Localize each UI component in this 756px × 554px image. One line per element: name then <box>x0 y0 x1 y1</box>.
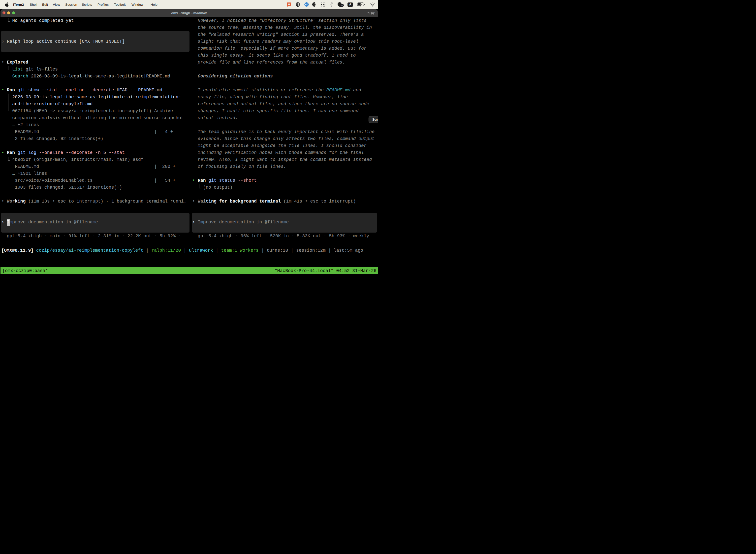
svg-text:..61: ..61 <box>340 4 343 7</box>
svg-text:1: 1 <box>374 12 375 15</box>
